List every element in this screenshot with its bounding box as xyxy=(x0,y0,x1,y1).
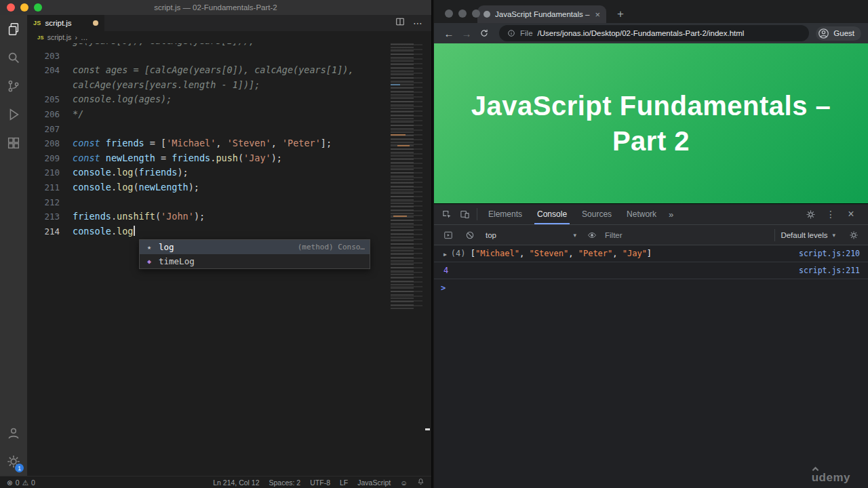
forward-button[interactable]: → xyxy=(458,25,475,41)
caret-down-icon: ▾ xyxy=(573,232,576,239)
more-tabs-icon[interactable]: » xyxy=(664,209,678,220)
minimap[interactable] xyxy=(391,43,426,309)
device-toolbar-icon[interactable] xyxy=(456,205,473,223)
console-filter-input[interactable] xyxy=(605,231,770,239)
tab-label: script.js xyxy=(45,19,72,27)
console-source-link[interactable]: script.js:210 xyxy=(799,249,860,258)
url-text: /Users/jonas.io/Desktop/02-Fundamentals-… xyxy=(538,29,745,37)
breadcrumb[interactable]: JS script.js › … xyxy=(27,31,431,43)
devtools-tab-console[interactable]: Console xyxy=(530,204,574,224)
devtools-tab-elements[interactable]: Elements xyxy=(481,204,530,224)
back-button[interactable]: ← xyxy=(441,25,457,41)
explorer-icon[interactable] xyxy=(0,15,27,43)
context-selector[interactable]: top ▾ xyxy=(483,231,579,239)
zoom-window-button[interactable] xyxy=(472,9,480,18)
encoding[interactable]: UTF-8 xyxy=(310,479,330,487)
profile-name: Guest xyxy=(833,29,854,37)
breadcrumb-file[interactable]: script.js xyxy=(47,33,72,41)
devtools-menu-icon[interactable]: ⋮ xyxy=(822,205,840,223)
modified-dot-icon[interactable] xyxy=(93,20,98,26)
console-toolbar: top ▾ Default levels ▾ xyxy=(434,225,868,245)
new-tab-button[interactable]: + xyxy=(612,5,629,23)
devtools-main-toolbar: ElementsConsoleSourcesNetwork » ⋮ × xyxy=(434,204,868,225)
account-icon[interactable] xyxy=(0,419,27,447)
minimize-window-button[interactable] xyxy=(458,9,467,18)
devtools-tab-sources[interactable]: Sources xyxy=(574,204,619,224)
profile-chip[interactable]: Guest xyxy=(816,26,861,41)
settings-gear-icon[interactable]: 1 xyxy=(0,447,27,476)
settings-badge: 1 xyxy=(15,464,24,472)
browser-tabstrip: JavaScript Fundamentals – Pa × + xyxy=(434,0,868,23)
suggest-detail: (method) Conso… xyxy=(298,243,365,251)
close-window-button[interactable] xyxy=(7,3,15,12)
breadcrumb-chevron-icon: › xyxy=(75,33,77,41)
code-line: 208const friends = ['Michael', 'Steven',… xyxy=(27,136,388,151)
favicon-icon xyxy=(484,11,490,18)
close-window-button[interactable] xyxy=(445,9,453,18)
devtools-tabs: ElementsConsoleSourcesNetwork xyxy=(481,204,664,224)
js-file-icon: JS xyxy=(37,35,44,41)
expand-arrow-icon[interactable]: ▶ xyxy=(443,251,447,258)
close-devtools-icon[interactable]: × xyxy=(842,205,860,223)
editor-more-actions-icon[interactable]: ⋯ xyxy=(413,18,423,28)
suggest-widget: ★log(method) Conso…◆timeLog xyxy=(139,239,370,269)
code-line: 212 xyxy=(27,195,388,210)
devtools-settings-gear-icon[interactable] xyxy=(802,205,819,223)
activity-bar: 1 xyxy=(0,15,27,476)
code-line: 213friends.unshift('John'); xyxy=(27,209,388,224)
code-line: 205console.log(ages); xyxy=(27,92,388,107)
console-messages: ▶(4) ["Michael", "Steven", "Peter", "Jay… xyxy=(434,245,868,279)
notifications-bell-icon[interactable] xyxy=(417,478,425,487)
console-source-link[interactable]: script.js:211 xyxy=(799,266,860,275)
page-heading: JavaScript Fundamentals – Part 2 xyxy=(471,88,831,159)
console-settings-gear-icon[interactable] xyxy=(845,226,863,244)
breadcrumb-more[interactable]: … xyxy=(81,33,88,41)
status-bar: ⊗ 0 ⚠ 0 Ln 214, Col 12 Spaces: 2 UTF-8 L… xyxy=(0,476,431,488)
close-tab-icon[interactable]: × xyxy=(595,9,600,20)
prompt-chevron-icon: > xyxy=(441,283,446,293)
feedback-icon[interactable]: ☺ xyxy=(400,479,408,487)
devtools-tab-network[interactable]: Network xyxy=(619,204,664,224)
search-icon[interactable] xyxy=(0,43,27,72)
window-controls xyxy=(445,9,480,18)
console-sidebar-icon[interactable] xyxy=(439,226,457,244)
editor-tabstrip: JS script.js ⋯ xyxy=(27,15,431,31)
code-line: 206*/ xyxy=(27,107,388,122)
eol-sequence[interactable]: LF xyxy=(340,479,348,487)
clear-console-icon[interactable] xyxy=(461,226,479,244)
browser-tab[interactable]: JavaScript Fundamentals – Pa × xyxy=(477,5,606,23)
tab-script-js[interactable]: JS script.js xyxy=(27,15,104,31)
extensions-icon[interactable] xyxy=(0,129,27,157)
code-editor[interactable]: ge(years[0]), calcAge(years[1]));203204c… xyxy=(27,43,431,476)
language-mode[interactable]: JavaScript xyxy=(357,479,391,487)
split-editor-icon[interactable] xyxy=(395,17,405,29)
warnings-icon: ⚠ xyxy=(22,479,28,487)
suggest-item[interactable]: ◆timeLog xyxy=(140,254,370,268)
indentation[interactable]: Spaces: 2 xyxy=(269,479,301,487)
minimize-window-button[interactable] xyxy=(20,3,28,12)
reload-button[interactable] xyxy=(476,25,492,41)
caret-down-icon: ▾ xyxy=(832,232,835,239)
live-expression-eye-icon[interactable] xyxy=(583,226,601,244)
star-icon: ★ xyxy=(144,243,154,251)
console-row: ▶(4) ["Michael", "Steven", "Peter", "Jay… xyxy=(434,245,868,262)
code-line: 214console.log xyxy=(27,224,388,239)
source-control-icon[interactable] xyxy=(0,72,27,100)
cursor-position[interactable]: Ln 214, Col 12 xyxy=(213,479,259,487)
js-file-icon: JS xyxy=(33,20,41,26)
console-pane[interactable]: ▶(4) ["Michael", "Steven", "Peter", "Jay… xyxy=(434,245,868,488)
devtools-panel: ElementsConsoleSourcesNetwork » ⋮ × top … xyxy=(434,203,868,488)
vscode-titlebar: script.js — 02-Fundamentals-Part-2 xyxy=(0,0,431,15)
suggest-item[interactable]: ★log(method) Conso… xyxy=(140,240,370,254)
page-content: JavaScript Fundamentals – Part 2 xyxy=(434,43,868,203)
problems-indicator[interactable]: ⊗ 0 ⚠ 0 xyxy=(7,479,35,487)
console-row: 4script.js:211 xyxy=(434,262,868,279)
zoom-window-button[interactable] xyxy=(34,3,42,12)
log-levels-selector[interactable]: Default levels ▾ xyxy=(774,229,841,241)
inspect-element-icon[interactable] xyxy=(438,205,456,223)
address-bar[interactable]: File /Users/jonas.io/Desktop/02-Fundamen… xyxy=(499,25,809,41)
info-icon[interactable] xyxy=(507,29,515,37)
url-scheme: File xyxy=(520,29,533,37)
run-debug-icon[interactable] xyxy=(0,100,27,129)
console-prompt[interactable]: > xyxy=(434,279,868,297)
